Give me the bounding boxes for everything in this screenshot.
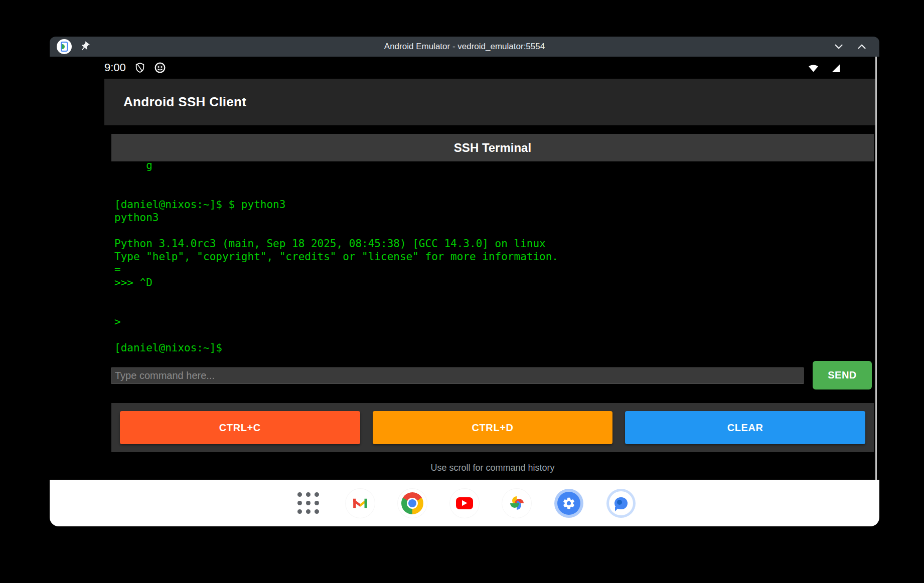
terminal-line: [daniel@nixos:~]$ $ python3 xyxy=(114,198,874,211)
ctrl-c-button[interactable]: CTRL+C xyxy=(120,411,360,444)
terminal-line: = xyxy=(114,263,874,276)
chevron-down-icon[interactable] xyxy=(832,40,845,53)
apps-grid-icon xyxy=(297,492,319,514)
clear-button[interactable]: CLEAR xyxy=(625,411,865,444)
terminal-line xyxy=(114,328,874,341)
wifi-icon xyxy=(807,62,820,74)
chevron-up-icon[interactable] xyxy=(855,40,868,53)
emulator-window: Android Emulator - vedroid_emulator:5554… xyxy=(50,37,879,526)
terminal-line: Python 3.14.0rc3 (main, Sep 18 2025, 08:… xyxy=(114,237,874,250)
youtube-icon xyxy=(450,489,479,518)
android-screen: 9:00 xyxy=(50,57,879,526)
desktop-background: Android Emulator - vedroid_emulator:5554… xyxy=(0,0,924,583)
terminal-line: Type "help", "copyright", "credits" or "… xyxy=(114,250,874,263)
terminal-line xyxy=(114,224,874,237)
terminal-line: > xyxy=(114,315,874,328)
photos-app[interactable] xyxy=(502,489,531,518)
cell-signal-icon xyxy=(829,62,842,74)
terminal-line xyxy=(114,302,874,315)
terminal-line xyxy=(114,172,874,185)
status-bar: 9:00 xyxy=(50,57,879,79)
youtube-app[interactable] xyxy=(450,489,479,518)
send-button[interactable]: SEND xyxy=(813,361,872,390)
shield-slash-icon xyxy=(134,62,145,74)
terminal-line: >>> ^D xyxy=(114,276,874,289)
command-input[interactable] xyxy=(111,367,804,384)
terminal-header: SSH Terminal xyxy=(111,134,874,161)
gmail-icon xyxy=(346,489,375,518)
action-buttons-bar: CTRL+C CTRL+D CLEAR xyxy=(111,403,874,452)
window-titlebar[interactable]: Android Emulator - vedroid_emulator:5554 xyxy=(50,37,879,57)
settings-icon xyxy=(554,489,583,518)
messages-icon xyxy=(606,489,636,518)
terminal-line xyxy=(114,289,874,302)
all-apps-button[interactable] xyxy=(293,489,323,518)
scroll-hint-text: Use scroll for command history xyxy=(111,463,874,473)
terminal-header-label: SSH Terminal xyxy=(454,141,531,155)
chrome-icon xyxy=(398,489,427,518)
terminal-line: [daniel@nixos:~]$ xyxy=(114,341,874,354)
status-time: 9:00 xyxy=(104,61,126,74)
terminal-line: g xyxy=(114,161,874,172)
photos-icon xyxy=(502,489,531,518)
messages-app[interactable] xyxy=(606,489,636,518)
app-header: Android SSH Client xyxy=(104,79,875,125)
window-edge-highlight xyxy=(875,57,877,526)
terminal-line: python3 xyxy=(114,211,874,224)
chrome-app[interactable] xyxy=(398,489,427,518)
android-head-icon xyxy=(154,62,166,74)
gmail-app[interactable] xyxy=(346,489,375,518)
ctrl-d-button[interactable]: CTRL+D xyxy=(373,411,613,444)
launcher-dock xyxy=(50,480,879,526)
app-title: Android SSH Client xyxy=(123,94,246,110)
terminal-output[interactable]: g [daniel@nixos:~]$ $ python3 python3 Py… xyxy=(111,161,874,366)
terminal-line xyxy=(114,185,874,198)
settings-app[interactable] xyxy=(554,489,583,518)
window-controls xyxy=(832,37,868,57)
window-title: Android Emulator - vedroid_emulator:5554 xyxy=(50,37,879,57)
